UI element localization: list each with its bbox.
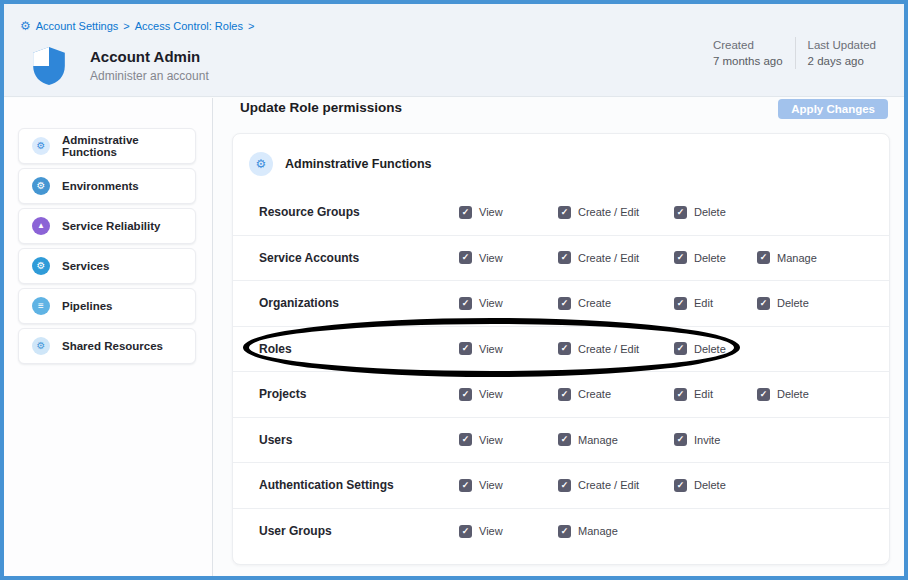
permission-label: Create: [578, 297, 611, 309]
breadcrumb: ⚙ Account Settings > Access Control: Rol…: [20, 20, 254, 32]
permission-label: Manage: [578, 434, 618, 446]
sidebar-item-services[interactable]: ⚙ Services: [18, 248, 196, 284]
resource-name: Organizations: [259, 296, 459, 310]
permission-cell[interactable]: Delete: [757, 297, 889, 310]
role-meta: Created 7 months ago Last Updated 2 days…: [701, 37, 888, 69]
sidebar-item-label: Service Reliability: [62, 220, 160, 232]
sidebar-item-administrative-functions[interactable]: ⚙ Adminstrative Functions: [18, 128, 196, 164]
checkbox-icon[interactable]: [674, 479, 687, 492]
gear-icon: ⚙: [32, 177, 50, 195]
permission-cell[interactable]: Edit: [674, 388, 757, 401]
checkbox-icon[interactable]: [757, 297, 770, 310]
permission-cell[interactable]: Create / Edit: [558, 206, 674, 219]
checkbox-icon[interactable]: [459, 433, 472, 446]
checkbox-icon[interactable]: [558, 251, 571, 264]
permission-cell[interactable]: View: [459, 342, 558, 355]
permission-cell[interactable]: View: [459, 479, 558, 492]
permission-label: View: [479, 206, 503, 218]
checkbox-icon[interactable]: [558, 342, 571, 355]
checkbox-icon[interactable]: [558, 388, 571, 401]
permissions-card: ⚙ Adminstrative Functions Resource Group…: [232, 133, 890, 565]
permission-label: Invite: [694, 434, 720, 446]
permission-cell[interactable]: View: [459, 206, 558, 219]
checkbox-icon[interactable]: [459, 342, 472, 355]
permission-cell[interactable]: Delete: [674, 342, 757, 355]
breadcrumb-separator: >: [248, 20, 254, 32]
checkbox-icon[interactable]: [674, 388, 687, 401]
permission-cell[interactable]: Invite: [674, 433, 757, 446]
permission-cell[interactable]: View: [459, 388, 558, 401]
permission-label: Create / Edit: [578, 343, 639, 355]
apply-changes-button[interactable]: Apply Changes: [778, 99, 888, 119]
checkbox-icon[interactable]: [674, 297, 687, 310]
permission-cell[interactable]: View: [459, 433, 558, 446]
permission-label: View: [479, 525, 503, 537]
checkbox-icon[interactable]: [459, 479, 472, 492]
permission-cell[interactable]: View: [459, 297, 558, 310]
permission-label: Create / Edit: [578, 206, 639, 218]
permission-label: Delete: [694, 206, 726, 218]
table-row-users: Users View Manage Invite: [233, 418, 889, 464]
sidebar-item-shared-resources[interactable]: ⚙ Shared Resources: [18, 328, 196, 364]
sidebar-item-service-reliability[interactable]: ▲ Service Reliability: [18, 208, 196, 244]
sidebar-item-pipelines[interactable]: ≡ Pipelines: [18, 288, 196, 324]
permission-label: Delete: [694, 252, 726, 264]
checkbox-icon[interactable]: [459, 525, 472, 538]
checkbox-icon[interactable]: [558, 525, 571, 538]
checkbox-icon[interactable]: [757, 388, 770, 401]
permissions-table: Resource Groups View Create / Edit Delet…: [233, 190, 889, 554]
resource-name: Authentication Settings: [259, 478, 459, 492]
permission-cell[interactable]: Delete: [674, 206, 757, 219]
breadcrumb-separator: >: [123, 20, 129, 32]
checkbox-icon[interactable]: [674, 206, 687, 219]
permission-cell[interactable]: Manage: [558, 433, 674, 446]
checkbox-icon[interactable]: [674, 433, 687, 446]
checkbox-icon[interactable]: [459, 388, 472, 401]
permission-cell[interactable]: Edit: [674, 297, 757, 310]
gear-icon: ⚙: [249, 152, 273, 176]
table-row-resource-groups: Resource Groups View Create / Edit Delet…: [233, 190, 889, 236]
gear-icon: ⚙: [32, 337, 50, 355]
checkbox-icon[interactable]: [674, 342, 687, 355]
resource-name: Projects: [259, 387, 459, 401]
permission-cell[interactable]: Manage: [558, 525, 674, 538]
checkbox-icon[interactable]: [558, 206, 571, 219]
resource-name: Service Accounts: [259, 251, 459, 265]
permission-cell[interactable]: Create / Edit: [558, 251, 674, 264]
permission-label: Delete: [694, 343, 726, 355]
checkbox-icon[interactable]: [558, 433, 571, 446]
checkbox-icon[interactable]: [459, 251, 472, 264]
permission-cell[interactable]: Create / Edit: [558, 479, 674, 492]
checkbox-icon[interactable]: [674, 251, 687, 264]
breadcrumb-link-access-control-roles[interactable]: Access Control: Roles: [135, 20, 243, 32]
checkbox-icon[interactable]: [459, 206, 472, 219]
gear-icon: ⚙: [32, 137, 50, 155]
table-row-authentication-settings: Authentication Settings View Create / Ed…: [233, 463, 889, 509]
permission-cell[interactable]: Create / Edit: [558, 342, 674, 355]
permission-label: View: [479, 434, 503, 446]
permission-label: View: [479, 297, 503, 309]
permission-label: View: [479, 479, 503, 491]
checkbox-icon[interactable]: [558, 479, 571, 492]
permission-cell[interactable]: Delete: [674, 479, 757, 492]
panel-title: Update Role permissions: [240, 100, 402, 115]
checkbox-icon[interactable]: [558, 297, 571, 310]
permission-cell[interactable]: Create: [558, 388, 674, 401]
permission-cell[interactable]: Delete: [674, 251, 757, 264]
checkbox-icon[interactable]: [459, 297, 472, 310]
shield-icon: [30, 45, 68, 87]
sidebar-item-label: Environments: [62, 180, 139, 192]
sidebar-item-environments[interactable]: ⚙ Environments: [18, 168, 196, 204]
checkbox-icon[interactable]: [757, 251, 770, 264]
permission-cell[interactable]: Delete: [757, 388, 889, 401]
permission-cell[interactable]: Create: [558, 297, 674, 310]
page-subtitle: Administer an account: [90, 69, 209, 83]
permission-cell[interactable]: View: [459, 251, 558, 264]
triangle-icon: ▲: [32, 217, 50, 235]
breadcrumb-link-account-settings[interactable]: Account Settings: [36, 20, 119, 32]
permission-label: Create / Edit: [578, 479, 639, 491]
permission-label: Edit: [694, 388, 713, 400]
permission-cell[interactable]: Manage: [757, 251, 889, 264]
resource-name: Resource Groups: [259, 205, 459, 219]
permission-cell[interactable]: View: [459, 525, 558, 538]
